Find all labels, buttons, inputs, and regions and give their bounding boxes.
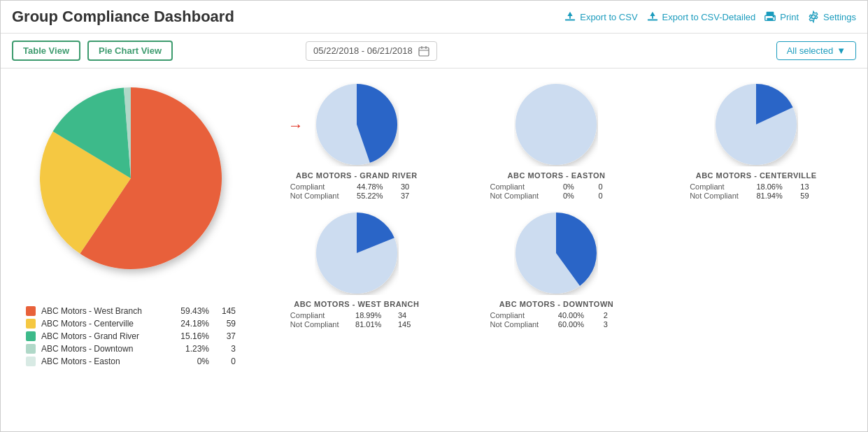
chart-name: ABC MOTORS - DOWNTOWN	[499, 300, 613, 308]
small-chart-pie-wrapper	[714, 82, 798, 168]
not-compliant-label: Not Compliant	[490, 320, 553, 329]
svg-rect-0	[565, 20, 575, 21]
svg-point-14	[515, 84, 597, 165]
all-selected-button[interactable]: All selected ▼	[776, 41, 856, 60]
legend-item: ABC Motors - Easton 0% 0	[26, 357, 236, 366]
small-pie-svg	[315, 82, 399, 166]
chart-cell-downtown: ABC MOTORS - DOWNTOWN Compliant 40.00% 2…	[457, 206, 657, 334]
legend-item: ABC Motors - West Branch 59.43% 145	[26, 306, 236, 316]
not-compliant-val: 3	[604, 320, 623, 329]
legend-label: ABC Motors - West Branch	[41, 306, 170, 316]
svg-rect-9	[419, 48, 429, 56]
compliant-label: Compliant	[690, 182, 752, 191]
header-actions: Export to CSV Export to CSV-Detailed Pri…	[564, 10, 856, 23]
date-range-value: 05/22/2018 - 06/21/2018	[313, 45, 413, 56]
legend-val: 0	[215, 357, 236, 366]
small-pie-svg	[514, 82, 598, 166]
compliant-label: Compliant	[490, 311, 553, 319]
main-legend: ABC Motors - West Branch 59.43% 145 ABC …	[26, 306, 236, 369]
not-compliant-val: 145	[398, 320, 423, 329]
not-compliant-pct: 0%	[563, 192, 595, 200]
legend-color-swatch	[26, 331, 36, 341]
legend-color-swatch	[26, 319, 36, 329]
not-compliant-label: Not Compliant	[290, 320, 351, 329]
svg-marker-3	[650, 12, 655, 19]
not-compliant-label: Not Compliant	[690, 192, 752, 200]
chart-cell-west-branch: ABC MOTORS - WEST BRANCH Compliant 18.99…	[257, 206, 457, 334]
legend-label: ABC Motors - Centerville	[41, 319, 170, 329]
compliant-val: 0	[599, 182, 623, 191]
print-button[interactable]: Print	[764, 10, 799, 23]
page-container: Group Compliance Dashboard Export to CSV…	[0, 0, 868, 432]
legend-pct: 59.43%	[176, 306, 209, 316]
legend-val: 3	[215, 344, 236, 354]
compliant-val: 30	[401, 182, 423, 191]
legend-item: ABC Motors - Grand River 15.16% 37	[26, 331, 236, 341]
charts-grid: → ABC MOTORS - GRAND RIVER Compliant 44.…	[257, 77, 856, 334]
left-panel: ABC Motors - West Branch 59.43% 145 ABC …	[12, 77, 250, 423]
export-detailed-icon	[646, 10, 659, 23]
settings-icon	[807, 10, 820, 23]
not-compliant-pct: 55.22%	[357, 192, 397, 200]
not-compliant-pct: 60.00%	[558, 320, 599, 329]
export-csv-detailed-button[interactable]: Export to CSV-Detailed	[646, 10, 756, 23]
dropdown-arrow-icon: ▼	[837, 45, 846, 56]
not-compliant-pct: 81.01%	[355, 320, 394, 329]
legend-label: ABC Motors - Easton	[41, 357, 170, 366]
compliant-label: Compliant	[490, 182, 558, 191]
right-panel: → ABC MOTORS - GRAND RIVER Compliant 44.…	[250, 77, 856, 423]
chart-stats: Compliant 0% 0 Not Compliant 0% 0	[490, 182, 622, 200]
small-pie-svg	[315, 211, 399, 295]
compliant-val: 34	[398, 311, 423, 319]
small-chart-pie-wrapper	[514, 211, 598, 297]
compliant-pct: 18.99%	[355, 311, 394, 319]
not-compliant-pct: 81.94%	[756, 192, 796, 200]
page-title: Group Compliance Dashboard	[12, 8, 234, 26]
chart-name: ABC MOTORS - GRAND RIVER	[296, 171, 418, 180]
legend-pct: 0%	[176, 357, 209, 366]
not-compliant-label: Not Compliant	[490, 192, 558, 200]
pie-chart-view-button[interactable]: Pie Chart View	[87, 41, 173, 61]
compliant-pct: 44.78%	[357, 182, 397, 191]
compliant-pct: 18.06%	[756, 182, 796, 191]
settings-button[interactable]: Settings	[807, 10, 856, 23]
date-range-picker[interactable]: 05/22/2018 - 06/21/2018	[306, 41, 437, 61]
legend-item: ABC Motors - Downtown 1.23% 3	[26, 344, 236, 354]
svg-rect-7	[773, 16, 775, 17]
print-icon	[764, 10, 776, 23]
chart-cell-easton: ABC MOTORS - EASTON Compliant 0% 0 Not C…	[457, 77, 657, 206]
legend-pct: 15.16%	[176, 331, 209, 341]
svg-rect-2	[647, 20, 657, 21]
small-chart-pie-wrapper: →	[315, 82, 399, 168]
arrow-indicator: →	[288, 117, 304, 135]
legend-color-swatch	[26, 357, 36, 366]
chart-name: ABC MOTORS - CENTERVILLE	[696, 171, 817, 180]
print-label: Print	[780, 12, 799, 22]
export-csv-detailed-label: Export to CSV-Detailed	[662, 12, 756, 22]
small-chart-pie-wrapper	[514, 82, 598, 168]
toolbar: Table View Pie Chart View 05/22/2018 - 0…	[1, 34, 867, 69]
not-compliant-val: 37	[401, 192, 423, 200]
legend-label: ABC Motors - Downtown	[41, 344, 170, 354]
legend-pct: 1.23%	[176, 344, 209, 354]
small-pie-svg	[514, 211, 598, 295]
legend-pct: 24.18%	[176, 319, 209, 329]
svg-marker-1	[568, 12, 573, 19]
main-pie-svg	[26, 77, 236, 283]
main-pie-chart	[26, 77, 236, 301]
chart-stats: Compliant 18.99% 34 Not Compliant 81.01%…	[290, 311, 423, 329]
calendar-icon	[418, 45, 429, 57]
not-compliant-label: Not Compliant	[290, 192, 353, 200]
small-pie-svg	[714, 82, 798, 166]
all-selected-label: All selected	[787, 45, 833, 56]
compliant-label: Compliant	[290, 182, 353, 191]
legend-item: ABC Motors - Centerville 24.18% 59	[26, 319, 236, 329]
table-view-button[interactable]: Table View	[12, 41, 80, 61]
not-compliant-val: 59	[800, 192, 823, 200]
legend-label: ABC Motors - Grand River	[41, 331, 170, 341]
chart-name: ABC MOTORS - WEST BRANCH	[294, 300, 419, 308]
export-csv-button[interactable]: Export to CSV	[564, 10, 637, 23]
header: Group Compliance Dashboard Export to CSV…	[1, 1, 867, 34]
not-compliant-val: 0	[599, 192, 623, 200]
compliant-label: Compliant	[290, 311, 351, 319]
